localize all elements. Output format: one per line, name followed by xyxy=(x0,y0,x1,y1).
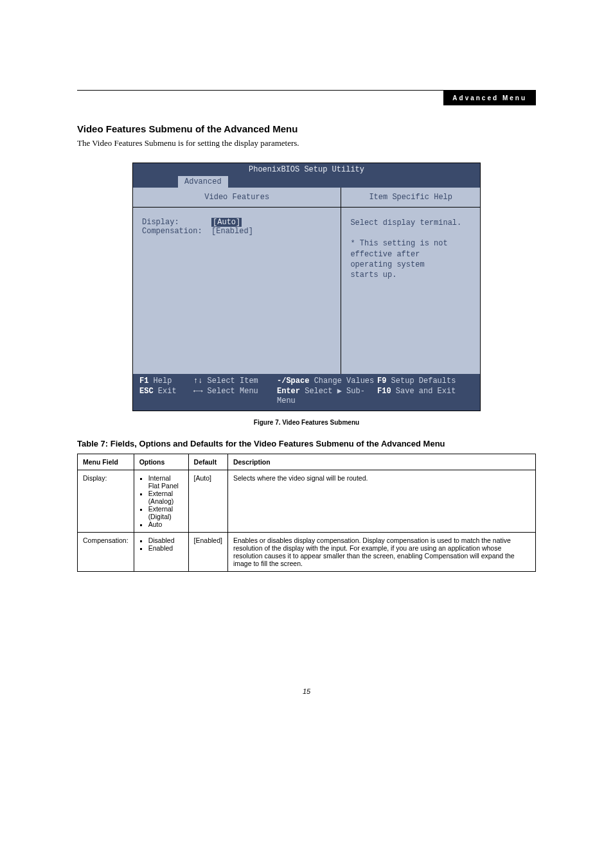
bios-row-compensation: Compensation: [Enabled] xyxy=(142,227,332,236)
key-f1: F1 xyxy=(139,376,148,385)
key-esc: ESC xyxy=(139,387,154,396)
key-f10: F10 xyxy=(377,387,391,396)
cell-default: [Auto] xyxy=(188,470,227,532)
th-menu-field: Menu Field xyxy=(78,454,134,470)
table-row: Display: Internal Flat Panel External (A… xyxy=(78,470,536,532)
key-minus-space: -/Space xyxy=(277,376,309,385)
display-value: [Auto] xyxy=(211,218,242,227)
bios-tabs: Advanced xyxy=(133,176,480,188)
bios-right-pane: Item Specific Help Select display termin… xyxy=(341,188,480,374)
cell-menu-field: Compensation: xyxy=(78,532,134,571)
intro-text: The Video Features Submenu is for settin… xyxy=(77,138,536,148)
bios-tab-advanced: Advanced xyxy=(178,176,228,188)
figure-caption: Figure 7. Video Features Submenu xyxy=(77,419,536,426)
option: Enabled xyxy=(148,544,183,552)
key-arrows-lr: ←→ xyxy=(193,387,202,396)
label-select-item: Select Item xyxy=(208,376,258,385)
th-default: Default xyxy=(188,454,227,470)
option: External (Analog) xyxy=(148,490,183,505)
bios-row-display: Display: [Auto] xyxy=(142,218,332,227)
cell-menu-field: Display: xyxy=(78,470,134,532)
label-select-menu: Select Menu xyxy=(208,387,258,396)
bios-left-pane: Video Features Display: [Auto] Compensat… xyxy=(133,188,341,374)
key-enter: Enter xyxy=(277,387,300,396)
display-label: Display: xyxy=(142,218,179,227)
bios-footer: F1 Help ↑↓ Select Item -/Space Change Va… xyxy=(133,374,480,411)
option: Internal Flat Panel xyxy=(148,474,183,490)
compensation-value: [Enabled] xyxy=(211,227,253,236)
key-f9: F9 xyxy=(377,376,386,385)
section-tag: Advanced Menu xyxy=(443,91,536,105)
bios-left-header: Video Features xyxy=(133,188,341,208)
label-exit: Exit xyxy=(158,387,177,396)
cell-description: Selects where the video signal will be r… xyxy=(227,470,535,532)
bios-right-header: Item Specific Help xyxy=(341,188,480,208)
label-change-values: Change Values xyxy=(314,376,375,385)
page-number: 15 xyxy=(77,687,536,695)
label-help: Help xyxy=(154,376,172,385)
bios-help-text: Select display terminal. * This setting … xyxy=(341,208,480,374)
header-bar: Advanced Menu xyxy=(77,91,536,105)
table-caption: Table 7: Fields, Options and Defaults fo… xyxy=(77,439,536,448)
bios-screenshot: PhoenixBIOS Setup Utility Advanced Video… xyxy=(132,163,481,411)
key-arrows-ud: ↑↓ xyxy=(193,376,202,385)
bios-title: PhoenixBIOS Setup Utility xyxy=(133,163,480,176)
table-row: Compensation: Disabled Enabled [Enabled]… xyxy=(78,532,536,571)
help-line: * This setting is not xyxy=(350,238,471,249)
help-line: Select display terminal. xyxy=(350,218,471,228)
cell-options: Disabled Enabled xyxy=(134,532,188,571)
cell-default: [Enabled] xyxy=(188,532,227,571)
th-options: Options xyxy=(134,454,188,470)
option: Auto xyxy=(148,520,183,528)
section-title: Video Features Submenu of the Advanced M… xyxy=(77,123,536,134)
label-setup-defaults: Setup Defaults xyxy=(391,376,456,385)
label-save-exit: Save and Exit xyxy=(396,387,456,396)
cell-description: Enables or disables display compensation… xyxy=(227,532,535,571)
fields-table: Menu Field Options Default Description D… xyxy=(77,454,536,572)
cell-options: Internal Flat Panel External (Analog) Ex… xyxy=(134,470,188,532)
option: External (Digital) xyxy=(148,505,183,520)
option: Disabled xyxy=(148,536,183,544)
help-line: operating system xyxy=(350,260,471,270)
help-line: starts up. xyxy=(350,270,471,280)
th-description: Description xyxy=(227,454,535,470)
compensation-label: Compensation: xyxy=(142,227,202,236)
help-line: effective after xyxy=(350,249,471,260)
